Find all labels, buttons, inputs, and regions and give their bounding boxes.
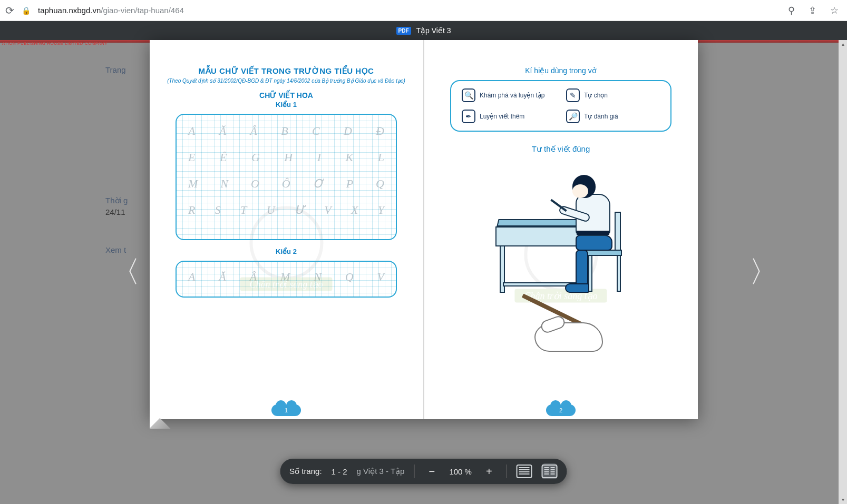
posture-illustration [492,161,629,303]
url-host: taphuan.nxbgd.vn [38,6,101,15]
hand-illustration [508,313,614,360]
bg-thoi: Thời g [105,196,128,205]
letter: Ơ [313,177,324,191]
page-number-left: 1 [271,404,301,416]
letter: Ă [219,124,226,138]
bookmark-icon[interactable]: ☆ [827,5,842,16]
legend-title: Kí hiệu dùng trong vở [440,66,682,75]
letter: Đ [376,124,384,138]
letter: Ê [220,151,227,164]
letter: C [312,124,320,138]
letter: R [188,203,195,217]
pdf-title-bar: PDF Tập Viết 3 [0,21,847,40]
letter: H [284,151,293,164]
legend-label: Tự chọn [584,92,608,99]
page-label: Số trang: [289,467,322,476]
letter: I [317,151,321,164]
letter: B [281,124,288,138]
legend-item: ✒Luyện viết thêm [462,110,556,123]
letter: O [251,177,259,191]
page-number-right: 2 [546,404,576,416]
page-value: 1 - 2 [332,467,347,476]
letter: A [188,124,195,138]
zoom-value: 100 % [449,467,472,476]
legend-icon: 🔍 [462,88,475,102]
legend-label: Khám phá và luyện tập [480,92,544,99]
zoom-out-button[interactable]: − [424,463,440,479]
letter: Y [378,203,384,217]
url-path: /giao-vien/tap-huan/464 [101,6,184,15]
lock-icon[interactable]: 🔒 [22,6,31,15]
scroll-down-icon[interactable]: ▾ [839,496,847,504]
watermark: Chân trời sáng tạo [240,206,332,291]
legend-icon: ✒ [462,110,475,123]
page-right: Chân trời sáng tạo Kí hiệu dùng trong vở… [424,40,698,419]
double-page-view-button[interactable] [542,463,558,479]
left-title: MẪU CHỮ VIẾT TRONG TRƯỜNG TIỂU HỌC [165,66,407,76]
single-page-view-button[interactable] [517,463,532,479]
bg-date: 24/11 [105,207,125,216]
next-page-button[interactable]: 〉 [749,252,778,292]
letter: G [251,151,260,164]
letter: Ô [282,177,290,191]
legend-item: 🔎Tự đánh giá [566,110,660,123]
legend-box: 🔍Khám phá và luyện tập✎Tự chọn✒Luyện viế… [450,80,671,132]
letter: L [378,151,384,164]
legend-item: ✎Tự chọn [566,88,660,102]
left-subtitle: (Theo Quyết định số 31/2002/QĐ-BGD & ĐT … [165,78,407,84]
letter: P [346,177,353,191]
letter: S [215,203,221,217]
page-spread: Chân trời sáng tạo MẪU CHỮ VIẾT TRONG TR… [150,40,698,419]
legend-label: Luyện viết thêm [480,113,524,120]
legend-item: 🔍Khám phá và luyện tập [462,88,556,102]
letter: N [220,177,228,191]
posture-title: Tư thế viết đúng [440,144,682,154]
url-bar[interactable]: taphuan.nxbgd.vn/giao-vien/tap-huan/464 [38,6,184,15]
legend-label: Tự đánh giá [584,113,618,120]
letter: D [344,124,352,138]
letter: Q [376,177,384,191]
scroll-up-icon[interactable]: ▴ [839,40,847,48]
viewer-toolbar: Số trang: 1 - 2 g Việt 3 - Tập − 100 % + [280,459,567,484]
letter: X [351,203,358,217]
scrollbar[interactable] [839,40,847,504]
legend-icon: 🔎 [566,110,580,123]
prev-page-button[interactable]: 〈 [111,252,140,292]
letter: A [188,270,195,284]
left-section: CHỮ VIẾT HOA [165,91,407,100]
page-left: Chân trời sáng tạo MẪU CHỮ VIẾT TRONG TR… [150,40,423,419]
zoom-in-button[interactable]: + [481,463,497,479]
bg-nav-trang: Trang [105,65,126,74]
letter: Ă [219,270,226,284]
publisher-strip: ATION PUBLISHING HOUSE LIMITED COMPANY [0,40,110,47]
toolbar-hidden-text: g Việt 3 - Tập [357,467,405,476]
share-icon[interactable]: ⇪ [805,5,820,16]
legend-icon: ✎ [566,88,580,102]
letter: Â [250,124,257,138]
pdf-title: Tập Viết 3 [416,26,451,35]
reload-icon[interactable]: ⟳ [5,4,14,17]
pdf-badge: PDF [396,27,411,35]
pdf-viewer: ATION PUBLISHING HOUSE LIMITED COMPANY T… [0,40,847,504]
letter: Q [345,270,354,284]
letter: V [377,270,384,284]
letter: E [188,151,195,164]
letter: K [346,151,354,164]
letter: M [188,177,198,191]
browser-chrome: ⟳ 🔒 taphuan.nxbgd.vn/giao-vien/tap-huan/… [0,0,847,21]
left-kieu1: Kiểu 1 [165,101,407,108]
zoom-icon[interactable]: ⚲ [785,5,798,16]
